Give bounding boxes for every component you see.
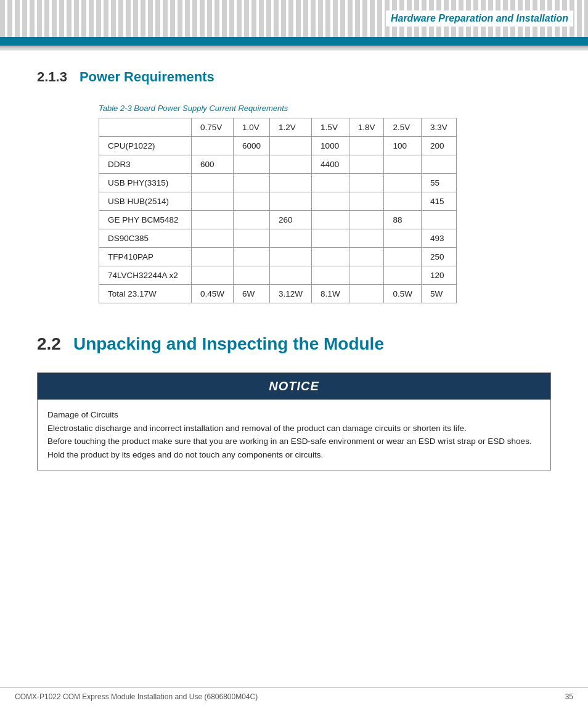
power-table-wrapper: 0.75V1.0V1.2V1.5V1.8V2.5V3.3V CPU(P1022)… bbox=[37, 118, 551, 303]
table-row: CPU(P1022)60001000100200 bbox=[99, 137, 457, 155]
table-cell bbox=[234, 211, 270, 229]
table-cell: 1000 bbox=[312, 137, 349, 155]
table-cell bbox=[312, 192, 349, 211]
table-cell bbox=[192, 137, 234, 155]
table-cell: 100 bbox=[384, 137, 422, 155]
section-22-number: 2.2 bbox=[37, 334, 61, 354]
table-cell bbox=[349, 285, 384, 303]
table-cell: 8.1W bbox=[312, 285, 349, 303]
table-cell bbox=[384, 192, 422, 211]
table-cell bbox=[384, 174, 422, 192]
section-22-heading: 2.2 Unpacking and Inspecting the Module bbox=[37, 334, 551, 354]
table-cell bbox=[421, 155, 456, 174]
table-cell bbox=[234, 266, 270, 285]
table-cell: 250 bbox=[421, 248, 456, 266]
table-cell: GE PHY BCM5482 bbox=[99, 211, 192, 229]
table-cell bbox=[270, 137, 312, 155]
table-cell bbox=[349, 229, 384, 248]
power-table: 0.75V1.0V1.2V1.5V1.8V2.5V3.3V CPU(P1022)… bbox=[99, 118, 457, 303]
table-cell: 120 bbox=[421, 266, 456, 285]
table-caption: Table 2-3 Board Power Supply Current Req… bbox=[37, 104, 551, 113]
table-cell: Total 23.17W bbox=[99, 285, 192, 303]
header-title: Hardware Preparation and Installation bbox=[386, 10, 573, 27]
table-row: 74LVCH32244A x2120 bbox=[99, 266, 457, 285]
table-cell: TFP410PAP bbox=[99, 248, 192, 266]
notice-line2: Before touching the product make sure th… bbox=[47, 435, 541, 461]
table-cell bbox=[234, 174, 270, 192]
table-cell bbox=[270, 266, 312, 285]
table-cell bbox=[384, 229, 422, 248]
section-213-title: Power Requirements bbox=[80, 69, 214, 85]
table-cell bbox=[270, 248, 312, 266]
table-cell: 200 bbox=[421, 137, 456, 155]
table-cell bbox=[312, 229, 349, 248]
table-cell: 6000 bbox=[234, 137, 270, 155]
table-cell bbox=[349, 137, 384, 155]
table-cell: DDR3 bbox=[99, 155, 192, 174]
footer-left: COMX-P1022 COM Express Module Installati… bbox=[15, 692, 258, 701]
table-cell bbox=[312, 248, 349, 266]
table-cell: USB PHY(3315) bbox=[99, 174, 192, 192]
table-cell bbox=[192, 192, 234, 211]
table-cell bbox=[192, 248, 234, 266]
table-cell: DS90C385 bbox=[99, 229, 192, 248]
table-cell bbox=[349, 211, 384, 229]
table-body: CPU(P1022)60001000100200DDR36004400USB P… bbox=[99, 137, 457, 303]
table-cell bbox=[270, 229, 312, 248]
table-cell: 5W bbox=[421, 285, 456, 303]
table-cell bbox=[234, 248, 270, 266]
table-cell bbox=[270, 192, 312, 211]
footer: COMX-P1022 COM Express Module Installati… bbox=[0, 687, 588, 706]
table-header-cell bbox=[99, 118, 192, 137]
table-cell: 6W bbox=[234, 285, 270, 303]
table-header-cell: 1.0V bbox=[234, 118, 270, 137]
notice-box: NOTICE Damage of Circuits Electrostatic … bbox=[37, 372, 551, 470]
table-header-cell: 1.8V bbox=[349, 118, 384, 137]
table-row: USB PHY(3315)55 bbox=[99, 174, 457, 192]
table-row: USB HUB(2514)415 bbox=[99, 192, 457, 211]
table-cell: 88 bbox=[384, 211, 422, 229]
table-cell: 4400 bbox=[312, 155, 349, 174]
table-header-row: 0.75V1.0V1.2V1.5V1.8V2.5V3.3V bbox=[99, 118, 457, 137]
section-22: 2.2 Unpacking and Inspecting the Module … bbox=[37, 334, 551, 470]
table-cell bbox=[270, 155, 312, 174]
gray-bar bbox=[0, 46, 588, 51]
table-cell: 260 bbox=[270, 211, 312, 229]
table-header-cell: 0.75V bbox=[192, 118, 234, 137]
table-row: GE PHY BCM548226088 bbox=[99, 211, 457, 229]
table-cell bbox=[192, 229, 234, 248]
main-content: 2.1.3 Power Requirements Table 2-3 Board… bbox=[0, 51, 588, 507]
section-213-number: 2.1.3 bbox=[37, 69, 67, 85]
table-cell bbox=[349, 266, 384, 285]
table-header-cell: 2.5V bbox=[384, 118, 422, 137]
table-cell bbox=[234, 229, 270, 248]
header-pattern: Hardware Preparation and Installation bbox=[0, 0, 588, 37]
table-cell bbox=[384, 248, 422, 266]
footer-right: 35 bbox=[565, 692, 573, 701]
table-cell: 74LVCH32244A x2 bbox=[99, 266, 192, 285]
table-header-cell: 3.3V bbox=[421, 118, 456, 137]
notice-damage-title: Damage of Circuits bbox=[47, 408, 541, 422]
table-cell bbox=[349, 192, 384, 211]
table-cell bbox=[349, 248, 384, 266]
notice-body: Damage of Circuits Electrostatic dischar… bbox=[38, 400, 550, 470]
table-cell: 55 bbox=[421, 174, 456, 192]
table-cell bbox=[192, 266, 234, 285]
table-cell bbox=[192, 211, 234, 229]
table-cell bbox=[349, 174, 384, 192]
table-cell bbox=[312, 211, 349, 229]
notice-header: NOTICE bbox=[38, 373, 550, 400]
table-header-cell: 1.5V bbox=[312, 118, 349, 137]
table-cell: 493 bbox=[421, 229, 456, 248]
table-cell: USB HUB(2514) bbox=[99, 192, 192, 211]
table-cell: CPU(P1022) bbox=[99, 137, 192, 155]
table-cell: 0.5W bbox=[384, 285, 422, 303]
table-row: TFP410PAP250 bbox=[99, 248, 457, 266]
notice-line1: Electrostatic discharge and incorrect in… bbox=[47, 422, 541, 435]
table-row: DDR36004400 bbox=[99, 155, 457, 174]
table-row: DS90C385493 bbox=[99, 229, 457, 248]
table-cell: 0.45W bbox=[192, 285, 234, 303]
table-cell bbox=[234, 192, 270, 211]
table-cell bbox=[384, 266, 422, 285]
table-cell: 3.12W bbox=[270, 285, 312, 303]
